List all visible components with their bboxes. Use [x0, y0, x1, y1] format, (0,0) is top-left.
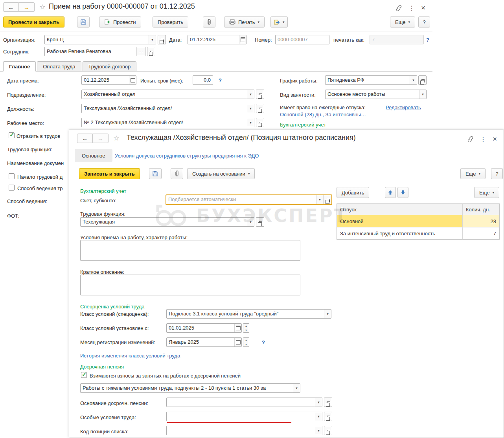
workplace-field[interactable]: № 2 Техслужащая /Хозяйственный отдел/ ▾ [81, 118, 254, 127]
number-field[interactable]: 0000-000007 [275, 35, 329, 44]
probation-field[interactable]: 0,0 [193, 75, 213, 85]
save-button[interactable] [149, 168, 162, 179]
vacations-more-button[interactable]: Еще ▾ [474, 187, 499, 198]
work-conditions-textarea[interactable] [80, 240, 300, 261]
pension-work-type-field[interactable]: Работы с тяжелыми условиями труда, подпу… [80, 383, 300, 393]
organization-field[interactable]: Крон-Ц ▾ [44, 35, 156, 44]
date-field[interactable]: 01.12.2025 [188, 35, 246, 44]
list-code-field[interactable]: ▾ [166, 426, 322, 435]
calendar-icon[interactable] [234, 338, 241, 346]
chevron-down-icon[interactable]: ▾ [410, 76, 417, 84]
chevron-down-icon[interactable]: ▾ [247, 104, 254, 113]
conditions-class-field[interactable]: Подкласс 3.1 класса условий труда "вредн… [166, 309, 331, 319]
position-open-button[interactable] [256, 104, 264, 113]
tab-contract[interactable]: Трудовой договор [83, 61, 137, 71]
print-as-field[interactable]: 7 [370, 35, 424, 44]
hire-date-field[interactable]: 01.12.2025 [81, 75, 136, 85]
back-button[interactable]: ← [3, 2, 19, 12]
chevron-down-icon[interactable]: ▾ [293, 384, 300, 392]
more-menu-icon[interactable]: ⋮ [480, 136, 486, 143]
chevron-down-icon[interactable]: ▾ [324, 310, 331, 318]
move-down-button[interactable] [397, 187, 408, 198]
vacation-summary[interactable]: Основной (28) дн., За интенсивны… [280, 112, 366, 117]
help-button[interactable]: ? [418, 16, 430, 27]
chevron-down-icon[interactable]: ▾ [315, 412, 322, 421]
print-button[interactable]: Печать ▾ [224, 16, 265, 27]
table-row[interactable]: Основной 28 [337, 215, 499, 227]
get-link-icon[interactable] [467, 136, 474, 142]
favorite-star-icon[interactable]: ☆ [113, 134, 120, 143]
column-header-vacation[interactable]: Отпуск [337, 204, 463, 215]
create-based-on-button[interactable]: Создать на основании ▾ [187, 168, 255, 179]
save-and-close-button[interactable]: Записать и закрыть [79, 168, 140, 179]
start-work-checkbox[interactable] [9, 173, 15, 179]
close-icon[interactable]: × [421, 4, 425, 12]
check-button[interactable]: Проверить [153, 16, 188, 27]
table-row[interactable]: За интенсивный труд и ответственность 7 [337, 227, 499, 239]
column-header-days[interactable]: Колич. дн. [463, 204, 499, 215]
calendar-icon[interactable] [129, 76, 136, 84]
print-as-hint[interactable]: ? [426, 37, 429, 43]
workplace-open-button[interactable] [256, 118, 264, 127]
tab-main[interactable]: Главное [3, 61, 36, 71]
labor-function-field[interactable]: Техслужащая ▾ [80, 217, 254, 227]
employment-type-field[interactable]: Основное место работы ▾ [325, 90, 427, 99]
chevron-down-icon[interactable]: ▾ [247, 218, 254, 226]
account-field[interactable]: Подбирается автоматически ▾ [166, 194, 332, 205]
save-button[interactable] [77, 16, 90, 27]
close-icon[interactable]: × [493, 135, 497, 143]
calendar-icon[interactable] [234, 324, 241, 332]
back-button[interactable]: ← [77, 134, 93, 143]
registration-month-field[interactable]: Январь 2025 [166, 337, 242, 347]
attachments-button[interactable] [171, 168, 183, 179]
pension-basis-open-button[interactable] [324, 398, 332, 407]
special-conditions-field[interactable]: ▾ [166, 412, 322, 421]
ledger-method-checkbox[interactable] [9, 185, 15, 191]
department-open-button[interactable] [256, 90, 264, 99]
tab-main[interactable]: Основное [75, 149, 112, 162]
more-button[interactable]: Еще ▾ [460, 168, 486, 179]
schedule-open-button[interactable] [418, 75, 427, 85]
chevron-down-icon[interactable]: ▾ [247, 90, 254, 99]
attachments-button[interactable] [203, 16, 215, 27]
pension-basis-field[interactable]: ▾ [166, 398, 322, 407]
chevron-down-icon[interactable]: ▾ [315, 426, 322, 435]
tab-salary[interactable]: Оплата труда [37, 61, 81, 71]
department-field[interactable]: Хозяйственный отдел ▾ [81, 90, 254, 99]
schedule-field[interactable]: Пятидневка РФ ▾ [325, 75, 417, 85]
class-history-link[interactable]: История изменения класса условий труда [80, 353, 180, 359]
early-pension-checkbox[interactable] [81, 372, 87, 378]
post-and-close-button[interactable]: Провести и закрыть [3, 16, 64, 27]
ellipsis-button[interactable]: ... [136, 47, 145, 56]
chevron-down-icon[interactable]: ▾ [247, 118, 254, 127]
vacation-edit-link[interactable]: Редактировать [386, 104, 421, 110]
employee-field[interactable]: Рабочая Регина Ренатовна ... [44, 47, 145, 56]
get-link-icon[interactable] [395, 5, 402, 11]
forward-button[interactable]: → [19, 2, 35, 12]
calendar-icon[interactable] [239, 35, 246, 44]
organization-open-button[interactable] [158, 35, 166, 44]
class-date-field[interactable]: 01.01.2025 [166, 323, 242, 333]
help-button[interactable]: ? [491, 168, 503, 179]
employee-open-button[interactable] [147, 47, 155, 56]
account-open-button[interactable] [323, 195, 331, 204]
chevron-down-icon[interactable]: ▾ [419, 90, 426, 99]
chevron-down-icon[interactable]: ▾ [149, 35, 156, 44]
chevron-down-icon[interactable]: ▾ [315, 398, 322, 407]
move-up-button[interactable] [385, 187, 396, 198]
more-menu-icon[interactable]: ⋮ [408, 4, 415, 12]
reflect-in-workbook-checkbox[interactable] [9, 132, 15, 138]
post-button[interactable]: Провести [99, 16, 141, 27]
special-conditions-open-button[interactable] [324, 412, 332, 421]
export-button[interactable]: ▾ [270, 16, 288, 27]
list-code-open-button[interactable] [324, 426, 332, 435]
probation-hint[interactable]: ? [219, 77, 222, 83]
forward-button[interactable]: → [93, 134, 109, 143]
chevron-down-icon[interactable]: ▾ [316, 195, 323, 204]
class-date-stepper[interactable]: ▴ ▾ [243, 323, 249, 333]
short-description-textarea[interactable] [80, 275, 300, 295]
registration-month-hint[interactable]: ? [262, 339, 265, 345]
add-vacation-button[interactable]: Добавить [337, 187, 369, 198]
registration-month-stepper[interactable]: ▴ ▾ [243, 337, 249, 347]
more-button[interactable]: Еще ▾ [390, 16, 415, 27]
